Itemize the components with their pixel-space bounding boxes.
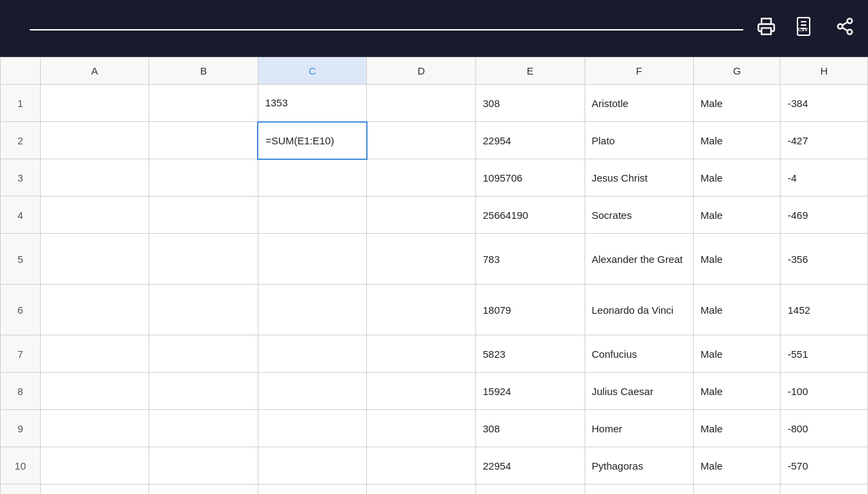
cell-6-G[interactable]: Male (694, 285, 781, 335)
cell-5-E[interactable]: 783 (475, 234, 585, 285)
cell-6-F[interactable]: Leonardo da Vinci (585, 285, 694, 335)
col-header-h[interactable]: H (781, 58, 868, 85)
col-header-a[interactable]: A (40, 58, 149, 85)
cell-8-F[interactable]: Julius Caesar (585, 373, 694, 410)
csv-icon[interactable]: CSV (795, 16, 816, 41)
cell-1-F[interactable]: Aristotle (585, 85, 694, 122)
cell-5-D[interactable] (367, 234, 476, 285)
cell-8-C[interactable] (258, 373, 367, 410)
cell-7-A[interactable] (40, 335, 149, 373)
cell-8-G[interactable]: Male (694, 373, 781, 410)
cell-3-H[interactable]: -4 (781, 159, 868, 197)
cell-3-A[interactable] (40, 159, 149, 197)
cell-1-B[interactable] (149, 85, 258, 122)
cell-9-F[interactable]: Homer (585, 410, 694, 447)
cell-7-B[interactable] (149, 335, 258, 373)
cell-2-B[interactable] (149, 122, 258, 159)
cell-4-D[interactable] (367, 197, 476, 234)
share-icon[interactable] (835, 17, 854, 40)
cell-11-G[interactable]: Male (694, 485, 781, 495)
cell-10-F[interactable]: Pythagoras (585, 447, 694, 485)
cell-10-G[interactable]: Male (694, 447, 781, 485)
cell-5-H[interactable]: -356 (781, 234, 868, 285)
cell-3-E[interactable]: 1095706 (475, 159, 585, 197)
cell-3-C[interactable] (258, 159, 367, 197)
cell-10-A[interactable] (40, 447, 149, 485)
cell-6-H[interactable]: 1452 (781, 285, 868, 335)
cell-7-E[interactable]: 5823 (475, 335, 585, 373)
cell-8-A[interactable] (40, 373, 149, 410)
cell-11-E[interactable]: 1095706 (475, 485, 585, 495)
cell-9-H[interactable]: -800 (781, 410, 868, 447)
cell-2-D[interactable] (367, 122, 476, 159)
cell-1-G[interactable]: Male (694, 85, 781, 122)
cell-3-B[interactable] (149, 159, 258, 197)
cell-1-A[interactable] (40, 85, 149, 122)
cell-4-B[interactable] (149, 197, 258, 234)
col-header-c[interactable]: C (258, 58, 367, 85)
cell-3-D[interactable] (367, 159, 476, 197)
cell-4-C[interactable] (258, 197, 367, 234)
col-header-f[interactable]: F (585, 58, 694, 85)
cell-8-D[interactable] (367, 373, 476, 410)
cell-10-H[interactable]: -570 (781, 447, 868, 485)
document-title[interactable] (30, 26, 743, 30)
cell-6-E[interactable]: 18079 (475, 285, 585, 335)
cell-6-D[interactable] (367, 285, 476, 335)
cell-5-C[interactable] (258, 234, 367, 285)
cell-11-H[interactable]: -287 (781, 485, 868, 495)
cell-9-G[interactable]: Male (694, 410, 781, 447)
print-icon[interactable] (757, 17, 776, 40)
cell-9-B[interactable] (149, 410, 258, 447)
cell-2-C[interactable]: =SUM(E1:E10) (258, 122, 367, 159)
cell-8-E[interactable]: 15924 (475, 373, 585, 410)
cell-11-A[interactable] (40, 485, 149, 495)
cell-5-A[interactable] (40, 234, 149, 285)
cell-4-H[interactable]: -469 (781, 197, 868, 234)
cell-6-B[interactable] (149, 285, 258, 335)
cell-9-D[interactable] (367, 410, 476, 447)
cell-7-F[interactable]: Confucius (585, 335, 694, 373)
cell-4-A[interactable] (40, 197, 149, 234)
cell-2-A[interactable] (40, 122, 149, 159)
cell-11-F[interactable]: Archimedes (585, 485, 694, 495)
cell-6-A[interactable] (40, 285, 149, 335)
cell-2-H[interactable]: -427 (781, 122, 868, 159)
cell-10-C[interactable] (258, 447, 367, 485)
cell-9-E[interactable]: 308 (475, 410, 585, 447)
cell-7-D[interactable] (367, 335, 476, 373)
col-header-b[interactable]: B (149, 58, 258, 85)
cell-5-B[interactable] (149, 234, 258, 285)
cell-11-C[interactable] (258, 485, 367, 495)
cell-1-E[interactable]: 308 (475, 85, 585, 122)
cell-3-F[interactable]: Jesus Christ (585, 159, 694, 197)
cell-10-D[interactable] (367, 447, 476, 485)
cell-10-E[interactable]: 22954 (475, 447, 585, 485)
cell-2-G[interactable]: Male (694, 122, 781, 159)
cell-9-C[interactable] (258, 410, 367, 447)
cell-1-H[interactable]: -384 (781, 85, 868, 122)
col-header-d[interactable]: D (367, 58, 476, 85)
cell-11-D[interactable] (367, 485, 476, 495)
cell-6-C[interactable] (258, 285, 367, 335)
cell-4-E[interactable]: 25664190 (475, 197, 585, 234)
cell-4-G[interactable]: Male (694, 197, 781, 234)
cell-2-E[interactable]: 22954 (475, 122, 585, 159)
cell-2-F[interactable]: Plato (585, 122, 694, 159)
cell-7-C[interactable] (258, 335, 367, 373)
cell-3-G[interactable]: Male (694, 159, 781, 197)
col-header-e[interactable]: E (475, 58, 585, 85)
cell-5-F[interactable]: Alexander the Great (585, 234, 694, 285)
cell-4-F[interactable]: Socrates (585, 197, 694, 234)
cell-8-B[interactable] (149, 373, 258, 410)
cell-8-H[interactable]: -100 (781, 373, 868, 410)
cell-1-D[interactable] (367, 85, 476, 122)
cell-5-G[interactable]: Male (694, 234, 781, 285)
cell-7-H[interactable]: -551 (781, 335, 868, 373)
cell-1-C[interactable]: 1353 (258, 85, 367, 122)
col-header-g[interactable]: G (694, 58, 781, 85)
cell-10-B[interactable] (149, 447, 258, 485)
cell-7-G[interactable]: Male (694, 335, 781, 373)
cell-9-A[interactable] (40, 410, 149, 447)
cell-11-B[interactable] (149, 485, 258, 495)
